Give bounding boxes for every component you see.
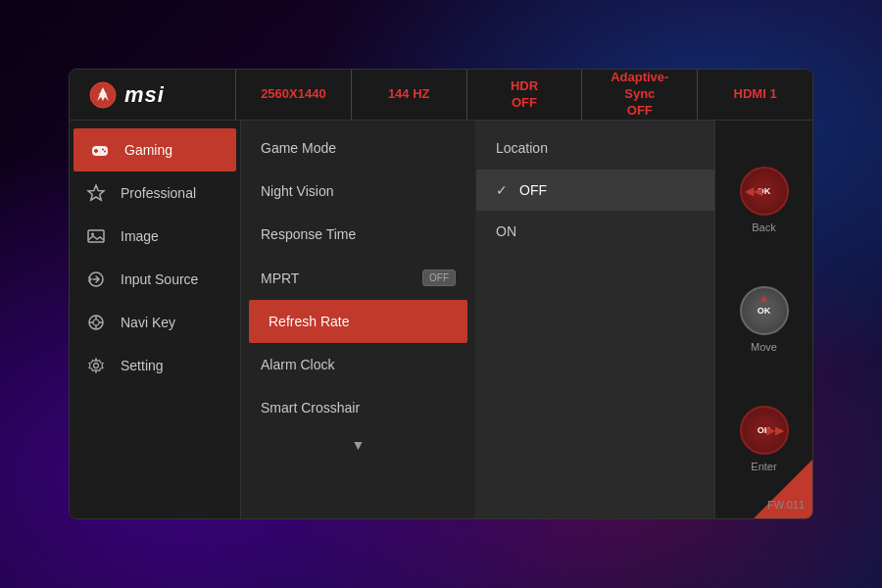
svg-rect-7 [88, 230, 104, 242]
sidebar-item-input-source[interactable]: Input Source [70, 258, 240, 301]
sidebar-item-professional[interactable]: Professional [70, 172, 240, 215]
status-resolution: 2560X1440 [236, 70, 352, 120]
svg-marker-6 [88, 185, 104, 200]
sidebar-image-label: Image [121, 228, 159, 244]
osd-container: msi 2560X1440 144 HZ HDROFF Adaptive-Syn… [69, 69, 813, 519]
scroll-down-icon[interactable]: ▼ [241, 429, 475, 461]
sidebar-navi-key-label: Navi Key [121, 315, 175, 330]
move-dpad[interactable]: ▲ OK [740, 286, 789, 335]
svg-point-11 [93, 319, 99, 325]
back-button-group: ◀◀ OK Back [740, 167, 789, 233]
msi-logo: msi [89, 81, 165, 109]
control-panel: ◀◀ OK Back ▲ OK Move ▶▶ OK Enter FW.0 [714, 121, 812, 518]
msi-dragon-icon [89, 81, 117, 109]
menu-item-alarm-clock[interactable]: Alarm Clock [241, 343, 475, 386]
status-bar: msi 2560X1440 144 HZ HDROFF Adaptive-Syn… [70, 70, 812, 121]
firmware-label: FW.011 [767, 499, 805, 511]
msi-brand-text: msi [124, 82, 165, 108]
svg-point-5 [104, 151, 106, 153]
arrow-right-icon: ▶▶ [766, 423, 784, 437]
ok-label-move: OK [758, 306, 771, 316]
brand-area: msi [70, 70, 236, 120]
gear-icon [85, 355, 107, 376]
status-adaptive-sync: Adaptive-SyncOFF [582, 70, 698, 120]
sidebar-gaming-label: Gaming [124, 142, 172, 158]
move-button-group: ▲ OK Move [740, 286, 789, 353]
gamepad-icon [89, 139, 111, 161]
navi-key-icon [85, 312, 107, 333]
mprt-toggle[interactable]: OFF [422, 270, 456, 286]
menu-item-game-mode[interactable]: Game Mode [241, 126, 475, 170]
menu-item-mprt[interactable]: MPRT OFF [241, 256, 475, 300]
options-title: Location [476, 130, 714, 170]
sidebar-item-image[interactable]: Image [70, 215, 240, 258]
back-label: Back [752, 221, 775, 233]
menu-item-refresh-rate[interactable]: Refresh Rate [249, 300, 467, 343]
svg-point-8 [91, 233, 94, 236]
input-icon [85, 269, 107, 290]
svg-rect-3 [94, 150, 98, 152]
sidebar-item-gaming[interactable]: Gaming [74, 128, 236, 172]
enter-dpad[interactable]: ▶▶ OK [740, 406, 789, 455]
status-items: 2560X1440 144 HZ HDROFF Adaptive-SyncOFF… [236, 70, 812, 120]
option-on[interactable]: ON [476, 211, 714, 252]
menu-panel: Game Mode Night Vision Response Time MPR… [241, 121, 476, 518]
check-icon: ✓ [496, 182, 508, 198]
svg-point-4 [102, 149, 104, 151]
arrow-left-icon: ◀◀ [745, 184, 762, 198]
options-panel: Location ✓ OFF ON [476, 121, 714, 518]
main-content: Gaming Professional Im [70, 121, 812, 518]
sidebar-professional-label: Professional [121, 185, 196, 201]
star-icon [85, 182, 107, 204]
sidebar-item-navi-key[interactable]: Navi Key [70, 301, 240, 344]
sidebar-setting-label: Setting [121, 358, 164, 373]
arrow-up-icon: ▲ [759, 291, 770, 305]
sidebar-item-setting[interactable]: Setting [70, 344, 240, 387]
menu-item-night-vision[interactable]: Night Vision [241, 170, 475, 213]
move-label: Move [751, 341, 777, 353]
status-input: HDMI 1 [698, 70, 812, 120]
status-hdr: HDROFF [467, 70, 583, 120]
svg-point-16 [94, 364, 99, 368]
image-icon [85, 225, 107, 247]
status-refresh: 144 HZ [352, 70, 467, 120]
menu-item-response-time[interactable]: Response Time [241, 213, 475, 256]
sidebar: Gaming Professional Im [70, 121, 241, 518]
menu-item-smart-crosshair[interactable]: Smart Crosshair [241, 386, 475, 429]
sidebar-input-source-label: Input Source [121, 271, 198, 287]
back-dpad[interactable]: ◀◀ OK [740, 167, 789, 216]
option-off[interactable]: ✓ OFF [476, 170, 714, 211]
